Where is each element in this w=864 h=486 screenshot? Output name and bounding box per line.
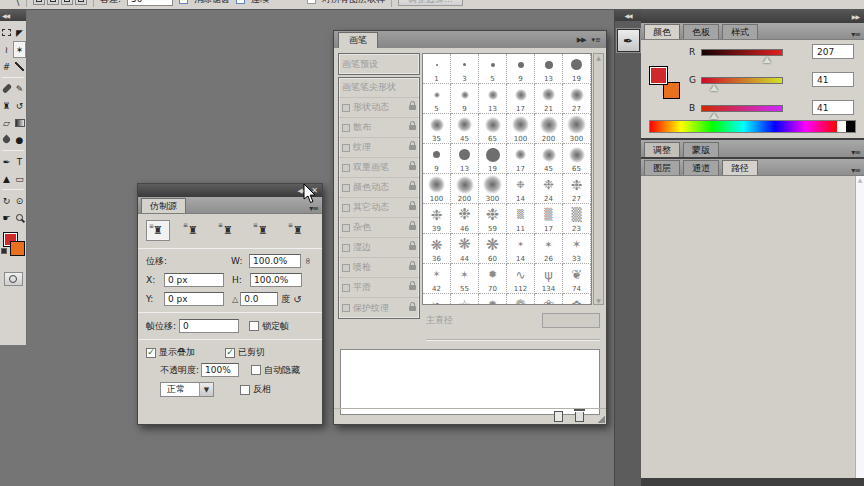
brush-preset[interactable]: 300	[479, 174, 507, 204]
brush-preset[interactable]: 100	[423, 174, 451, 204]
history-brush-tool[interactable]: ↺	[13, 97, 26, 114]
foreground-color-swatch[interactable]	[649, 66, 668, 85]
default-colors-icon[interactable]	[1, 248, 7, 254]
brush-menu-item-画笔笔尖形状[interactable]: 画笔笔尖形状	[339, 78, 419, 98]
antialias-checkbox[interactable]: ✓	[179, 0, 188, 4]
brush-preset[interactable]: ✹192	[479, 294, 507, 305]
brush-preset[interactable]: 21	[535, 84, 563, 114]
clone-source-3[interactable]: ≡♜	[216, 220, 240, 241]
brush-preset[interactable]: ❦74	[563, 264, 591, 294]
brush-preset[interactable]: 45	[535, 144, 563, 174]
brush-preset[interactable]: ✶26	[535, 234, 563, 264]
brush-preset[interactable]: ▒11	[507, 204, 535, 234]
brush-preset[interactable]: 17	[507, 84, 535, 114]
blur-tool[interactable]	[0, 131, 13, 148]
zoom-tool[interactable]	[13, 209, 26, 226]
3d-orbit-tool[interactable]: ⊙	[13, 192, 26, 209]
panel-menu-icon[interactable]: ▾≡	[851, 166, 864, 175]
panel-menu-icon[interactable]: ▾≡	[309, 204, 322, 213]
brush-preset[interactable]: ❉27	[563, 174, 591, 204]
background-color-swatch[interactable]	[10, 241, 25, 256]
x-input[interactable]: 0 px	[164, 273, 224, 287]
spectrum-white[interactable]	[837, 121, 846, 132]
clone-source-2[interactable]: ≡♜	[181, 220, 205, 241]
brush-preset[interactable]: ❁36	[507, 294, 535, 305]
brush-preset[interactable]: 3	[451, 54, 479, 84]
hand-tool[interactable]: ☛	[0, 209, 13, 226]
brush-preset[interactable]: ❋36	[423, 234, 451, 264]
panel-menu-icon[interactable]: ▾≡	[592, 36, 601, 44]
brush-preset[interactable]: 100	[507, 114, 535, 144]
brush-preset[interactable]: 65	[563, 144, 591, 174]
brush-preset[interactable]: ❉24	[535, 174, 563, 204]
show-overlay-checkbox[interactable]: ✓	[146, 348, 156, 358]
autohide-checkbox[interactable]	[251, 365, 261, 375]
panel-menu-icon[interactable]: ▾≡	[851, 148, 864, 157]
rectangular-marquee-tool[interactable]	[0, 24, 13, 41]
tab-color[interactable]: 颜色	[644, 24, 680, 39]
tab-masks[interactable]: 蒙版	[683, 142, 719, 157]
contiguous-checkbox[interactable]: ✓	[236, 0, 245, 4]
slider-track[interactable]	[701, 77, 783, 84]
tab-swatches[interactable]: 色板	[683, 24, 719, 39]
clone-source-1[interactable]: ≡♜	[146, 220, 170, 241]
link-wh-icon[interactable]: ∞	[303, 257, 313, 265]
brush-preset[interactable]: 9	[451, 84, 479, 114]
slider-track[interactable]	[701, 49, 783, 56]
brush-preset[interactable]: ❉46	[451, 204, 479, 234]
channel-slider-G[interactable]	[701, 77, 783, 84]
opacity-input[interactable]: 100%	[201, 363, 239, 377]
spot-healing-brush-tool[interactable]	[0, 80, 13, 97]
tab-layers[interactable]: 图层	[644, 160, 680, 175]
spectrum-black[interactable]	[846, 121, 855, 132]
checkbox-icon[interactable]	[342, 104, 350, 112]
brush-preset[interactable]: ❋44	[451, 234, 479, 264]
brush-menu-item-喷枪[interactable]: 喷枪	[339, 258, 419, 278]
tab-paths[interactable]: 路径	[722, 160, 758, 175]
eraser-tool[interactable]: ▱	[0, 114, 13, 131]
angle-input[interactable]: 0.0	[240, 292, 278, 306]
brush-preset[interactable]: ▒17	[535, 204, 563, 234]
invert-checkbox[interactable]	[240, 385, 250, 395]
brush-preset[interactable]: 9	[423, 144, 451, 174]
slider-marker[interactable]	[763, 57, 771, 63]
brush-preset[interactable]: 17	[507, 144, 535, 174]
delete-brush-icon[interactable]	[575, 412, 584, 422]
dock-expand-button[interactable]: ◀◀	[615, 10, 641, 21]
channel-slider-R[interactable]	[701, 49, 783, 56]
slider-track[interactable]	[701, 105, 783, 112]
magic-wand-tool[interactable]: ✶	[13, 41, 26, 58]
tab-channels[interactable]: 通道	[683, 160, 719, 175]
brush-preset[interactable]: 5	[423, 84, 451, 114]
brush-menu-item-形状动态[interactable]: 形状动态	[339, 98, 419, 118]
master-diameter-slider[interactable]	[426, 339, 600, 341]
burn-tool[interactable]: ●	[13, 131, 26, 148]
crop-tool[interactable]: #	[0, 58, 13, 75]
brush-menu-item-画笔预设[interactable]: 画笔预设	[339, 54, 419, 74]
gradient-tool[interactable]	[13, 114, 26, 131]
brush-preset[interactable]: ❉39	[423, 204, 451, 234]
type-tool[interactable]: T	[13, 153, 26, 170]
brush-menu-item-散布[interactable]: 散布	[339, 118, 419, 138]
brush-menu-item-双重画笔[interactable]: 双重画笔	[339, 158, 419, 178]
brush-preset[interactable]: ❉59	[479, 204, 507, 234]
3d-rotate-tool[interactable]: ↻	[0, 192, 13, 209]
tab-styles[interactable]: 样式	[722, 24, 758, 39]
color-spectrum-ramp[interactable]	[649, 120, 856, 133]
add-selection-mode[interactable]	[47, 0, 59, 5]
tab-clone-source[interactable]: 仿制源	[141, 198, 186, 213]
clone-source-4[interactable]: ≡♜	[251, 220, 275, 241]
tab-brushes[interactable]: 画笔	[338, 32, 378, 48]
tolerance-input[interactable]: 50	[127, 0, 173, 6]
brush-preset[interactable]: ❀36	[535, 294, 563, 305]
brush-preset[interactable]: 13	[479, 84, 507, 114]
brush-preset[interactable]: 19	[479, 144, 507, 174]
brush-menu-item-纹理[interactable]: 纹理	[339, 138, 419, 158]
eyedropper-tool[interactable]	[13, 58, 26, 75]
brush-tool[interactable]: ✎	[13, 80, 26, 97]
brush-preset[interactable]: 1	[423, 54, 451, 84]
channel-value-B[interactable]: 41	[812, 100, 854, 115]
brushes-panel-dock-icon[interactable]: ✒	[617, 29, 640, 52]
rectangle-tool[interactable]: ▭	[13, 170, 26, 187]
scroll-up-icon[interactable]: ▲	[596, 54, 601, 61]
